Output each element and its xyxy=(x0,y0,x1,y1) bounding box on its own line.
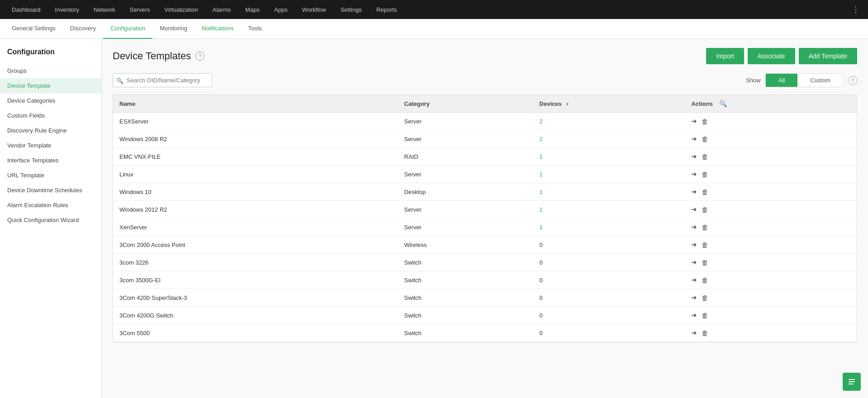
delete-icon[interactable]: 🗑 xyxy=(702,312,708,319)
sidebar-item-vendor-template[interactable]: Vendor Template xyxy=(0,138,101,153)
table-row: Linux Server 1 ➜ 🗑 xyxy=(113,166,857,183)
table-wrap: Name Category Devices ▼ Actions 🔍 xyxy=(113,95,857,342)
delete-icon[interactable]: 🗑 xyxy=(702,276,708,284)
search-input[interactable] xyxy=(113,73,212,87)
scroll-hint-button[interactable] xyxy=(843,373,861,391)
cell-devices: 0 xyxy=(533,307,685,324)
delete-icon[interactable]: 🗑 xyxy=(702,241,708,249)
page-title: Device Templates xyxy=(113,50,191,62)
subnav-monitoring[interactable]: Monitoring xyxy=(152,19,194,39)
delete-icon[interactable]: 🗑 xyxy=(702,206,708,213)
nav-servers[interactable]: Servers xyxy=(123,0,157,19)
nav-reports[interactable]: Reports xyxy=(369,0,404,19)
show-all-button[interactable]: All xyxy=(766,74,797,87)
page-help-icon[interactable]: ? xyxy=(195,52,204,61)
show-help-icon[interactable]: ? xyxy=(848,76,857,85)
show-custom-button[interactable]: Custom xyxy=(797,74,843,87)
page-title-row: Device Templates ? xyxy=(113,50,204,62)
nav-apps[interactable]: Apps xyxy=(267,0,295,19)
export-icon[interactable]: ➜ xyxy=(691,223,697,231)
devices-link[interactable]: 2 xyxy=(540,118,543,125)
sidebar-item-alarm-escalation-rules[interactable]: Alarm Escalation Rules xyxy=(0,198,101,213)
export-icon[interactable]: ➜ xyxy=(691,205,697,213)
col-header-devices: Devices ▼ xyxy=(533,95,685,113)
nav-workflow[interactable]: Workflow xyxy=(295,0,333,19)
devices-link[interactable]: 2 xyxy=(540,136,543,142)
delete-icon[interactable]: 🗑 xyxy=(702,153,708,161)
associate-button[interactable]: Associate xyxy=(748,48,795,64)
svg-rect-2 xyxy=(849,384,853,384)
delete-icon[interactable]: 🗑 xyxy=(702,135,708,143)
header-buttons: Import Associate Add Template xyxy=(706,48,857,64)
import-button[interactable]: Import xyxy=(706,48,744,64)
sidebar-item-url-template[interactable]: URL Template xyxy=(0,168,101,183)
nav-alarms[interactable]: Alarms xyxy=(205,0,238,19)
export-icon[interactable]: ➜ xyxy=(691,241,697,249)
export-icon[interactable]: ➜ xyxy=(691,117,697,125)
export-icon[interactable]: ➜ xyxy=(691,276,697,284)
nav-network[interactable]: Network xyxy=(86,0,123,19)
col-header-actions: Actions 🔍 xyxy=(685,95,857,113)
subnav-tools[interactable]: Tools xyxy=(241,19,269,39)
nav-settings[interactable]: Settings xyxy=(333,0,369,19)
export-icon[interactable]: ➜ xyxy=(691,329,697,337)
subnav-notifications[interactable]: Notifications xyxy=(194,19,241,39)
devices-link[interactable]: 1 xyxy=(540,189,543,195)
cell-actions: ➜ 🗑 xyxy=(685,236,857,254)
sidebar-item-quick-configuration-wizard[interactable]: Quick Configuration Wizard xyxy=(0,213,101,227)
devices-link[interactable]: 1 xyxy=(540,224,543,231)
cell-name: XenServer xyxy=(113,218,398,236)
devices-sort-icon[interactable]: ▼ xyxy=(565,102,569,107)
nav-virtualization[interactable]: Virtualization xyxy=(157,0,205,19)
cell-category: RAID xyxy=(398,148,533,166)
export-icon[interactable]: ➜ xyxy=(691,152,697,161)
delete-icon[interactable]: 🗑 xyxy=(702,294,708,302)
export-icon[interactable]: ➜ xyxy=(691,258,697,266)
nav-dashboard[interactable]: Dashboard xyxy=(5,0,48,19)
cell-actions: ➜ 🗑 xyxy=(685,130,857,148)
export-icon[interactable]: ➜ xyxy=(691,135,697,143)
sidebar-item-device-template[interactable]: Device Template xyxy=(0,78,101,93)
sidebar-item-device-categories[interactable]: Device Categories xyxy=(0,93,101,108)
devices-link[interactable]: 1 xyxy=(540,206,543,213)
export-icon[interactable]: ➜ xyxy=(691,170,697,178)
cell-actions: ➜ 🗑 xyxy=(685,201,857,218)
add-template-button[interactable]: Add Template xyxy=(799,48,857,64)
delete-icon[interactable]: 🗑 xyxy=(702,223,708,231)
delete-icon[interactable]: 🗑 xyxy=(702,259,708,266)
cell-name: Linux xyxy=(113,166,398,183)
main-content: Device Templates ? Import Associate Add … xyxy=(102,39,868,398)
delete-icon[interactable]: 🗑 xyxy=(702,188,708,196)
delete-icon[interactable]: 🗑 xyxy=(702,329,708,337)
table-search-icon[interactable]: 🔍 xyxy=(719,100,727,107)
layout: Configuration Groups Device Template Dev… xyxy=(0,39,868,398)
sidebar-item-discovery-rule-engine[interactable]: Discovery Rule Engine xyxy=(0,123,101,138)
cell-devices: 0 xyxy=(533,254,685,271)
subnav-configuration[interactable]: Configuration xyxy=(103,19,152,39)
sidebar-item-groups[interactable]: Groups xyxy=(0,63,101,78)
cell-category: Wireless xyxy=(398,236,533,254)
cell-devices: 1 xyxy=(533,201,685,218)
sidebar-item-interface-templates[interactable]: Interface Templates xyxy=(0,153,101,168)
export-icon[interactable]: ➜ xyxy=(691,311,697,319)
subnav-discovery[interactable]: Discovery xyxy=(63,19,103,39)
cell-actions: ➜ 🗑 xyxy=(685,148,857,166)
export-icon[interactable]: ➜ xyxy=(691,294,697,302)
delete-icon[interactable]: 🗑 xyxy=(702,118,708,125)
sidebar-item-custom-fields[interactable]: Custom Fields xyxy=(0,108,101,123)
svg-rect-0 xyxy=(849,379,855,380)
export-icon[interactable]: ➜ xyxy=(691,188,697,196)
cell-category: Server xyxy=(398,113,533,130)
subnav-general-settings[interactable]: General Settings xyxy=(5,19,63,39)
sidebar-item-device-downtime-schedules[interactable]: Device Downtime Schedules xyxy=(0,183,101,198)
nav-inventory[interactable]: Inventory xyxy=(48,0,86,19)
table-row: 3com 3226 Switch 0 ➜ 🗑 xyxy=(113,254,857,271)
delete-icon[interactable]: 🗑 xyxy=(702,171,708,178)
cell-category: Server xyxy=(398,166,533,183)
cell-name: 3Com 4200 SuperStack-3 xyxy=(113,289,398,307)
devices-link[interactable]: 1 xyxy=(540,171,543,178)
devices-count: 0 xyxy=(540,242,543,248)
more-options-icon[interactable]: ⋮ xyxy=(848,5,863,14)
nav-maps[interactable]: Maps xyxy=(238,0,267,19)
devices-link[interactable]: 1 xyxy=(540,153,543,160)
